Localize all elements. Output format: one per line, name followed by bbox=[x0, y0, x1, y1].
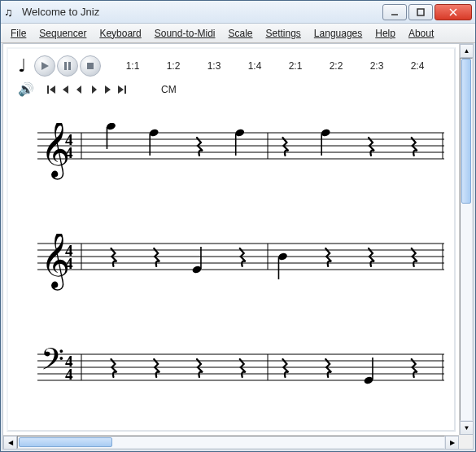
nav-last-button[interactable] bbox=[115, 84, 128, 95]
svg-text:4: 4 bbox=[65, 144, 73, 161]
scroll-track[interactable] bbox=[17, 436, 445, 449]
vertical-scrollbar[interactable]: ▲ ▼ bbox=[459, 44, 473, 435]
svg-marker-10 bbox=[63, 86, 68, 94]
scroll-up-icon[interactable]: ▲ bbox=[460, 44, 474, 58]
menu-sound-to-midi[interactable]: Sound-to-Midi bbox=[150, 26, 221, 41]
beat-label: 1:3 bbox=[203, 60, 225, 72]
nav-prev-button[interactable] bbox=[59, 84, 72, 95]
menu-help[interactable]: Help bbox=[370, 26, 400, 41]
client-area: ♩ 1:1 1:2 1:3 1:4 2:1 2:2 2:3 2:4 🔊 bbox=[2, 43, 474, 450]
key-label: CM bbox=[161, 84, 177, 95]
menu-settings[interactable]: Settings bbox=[261, 26, 306, 41]
svg-rect-1 bbox=[417, 9, 424, 15]
svg-marker-12 bbox=[92, 86, 97, 94]
stop-button[interactable] bbox=[80, 55, 101, 77]
beat-label: 1:2 bbox=[163, 60, 184, 72]
staff[interactable]: 𝄢4 4 bbox=[37, 344, 444, 410]
beat-label: 2:2 bbox=[325, 60, 347, 72]
app-window: ♫ Welcome to Jniz File Sequencer Keyboar… bbox=[0, 0, 476, 452]
svg-marker-9 bbox=[50, 86, 55, 94]
scroll-track[interactable] bbox=[460, 58, 473, 421]
menu-about[interactable]: About bbox=[404, 26, 439, 41]
window-controls bbox=[382, 4, 472, 20]
staff-row: 𝄢4 4 bbox=[37, 344, 446, 410]
close-button[interactable] bbox=[435, 4, 472, 20]
svg-rect-15 bbox=[124, 86, 126, 94]
scroll-thumb[interactable] bbox=[19, 437, 112, 447]
scroll-left-icon[interactable]: ◀ bbox=[3, 436, 17, 450]
staff-row: 𝄞4 4 bbox=[37, 234, 446, 299]
window-title: Welcome to Jniz bbox=[22, 6, 382, 18]
menu-scale[interactable]: Scale bbox=[223, 26, 257, 41]
scroll-thumb[interactable] bbox=[461, 59, 471, 204]
svg-text:4: 4 bbox=[65, 255, 73, 272]
menu-sequencer[interactable]: Sequencer bbox=[34, 26, 91, 41]
beat-label: 1:1 bbox=[122, 60, 143, 72]
beat-label: 2:3 bbox=[366, 60, 387, 72]
editor-panel: ♩ 1:1 1:2 1:3 1:4 2:1 2:2 2:3 2:4 🔊 bbox=[7, 47, 456, 432]
svg-marker-13 bbox=[105, 86, 111, 94]
nav-step-fwd-button[interactable] bbox=[87, 84, 100, 95]
minimize-button[interactable] bbox=[382, 4, 407, 20]
nav-next-button[interactable] bbox=[101, 84, 114, 95]
titlebar[interactable]: ♫ Welcome to Jniz bbox=[1, 1, 475, 24]
speaker-icon[interactable]: 🔊 bbox=[18, 81, 34, 97]
menubar: File Sequencer Keyboard Sound-to-Midi Sc… bbox=[1, 24, 475, 43]
beat-label: 2:1 bbox=[285, 60, 306, 72]
staff-row: 𝄞4 4 bbox=[37, 123, 446, 188]
scroll-corner bbox=[459, 435, 473, 449]
app-icon: ♫ bbox=[4, 6, 17, 19]
menu-languages[interactable]: Languages bbox=[309, 26, 367, 41]
svg-rect-5 bbox=[64, 62, 67, 70]
scroll-right-icon[interactable]: ▶ bbox=[445, 436, 459, 450]
nav-step-back-button[interactable] bbox=[73, 84, 86, 95]
svg-rect-8 bbox=[47, 86, 49, 94]
svg-rect-7 bbox=[87, 63, 94, 69]
pause-button[interactable] bbox=[57, 55, 78, 77]
nav-first-button[interactable] bbox=[46, 84, 59, 95]
horizontal-scrollbar[interactable]: ◀ ▶ bbox=[3, 435, 459, 449]
score-area[interactable]: 𝄞4 4𝄞4 4𝄢4 4 bbox=[8, 103, 454, 432]
beat-label: 1:4 bbox=[244, 60, 265, 72]
menu-file[interactable]: File bbox=[6, 26, 31, 41]
scroll-down-icon[interactable]: ▼ bbox=[460, 421, 474, 435]
beat-label: 2:4 bbox=[407, 60, 428, 72]
play-button[interactable] bbox=[34, 55, 55, 77]
navigation-toolbar: 🔊 CM bbox=[8, 80, 454, 103]
staff[interactable]: 𝄞4 4 bbox=[37, 234, 444, 299]
svg-marker-14 bbox=[118, 86, 124, 94]
beat-ruler: 1:1 1:2 1:3 1:4 2:1 2:2 2:3 2:4 bbox=[122, 60, 428, 72]
staff[interactable]: 𝄞4 4 bbox=[37, 123, 444, 188]
note-duration-icon[interactable]: ♩ bbox=[18, 55, 26, 77]
svg-marker-11 bbox=[76, 86, 81, 94]
maximize-button[interactable] bbox=[408, 4, 433, 20]
svg-text:4: 4 bbox=[65, 366, 73, 383]
transport-toolbar: ♩ 1:1 1:2 1:3 1:4 2:1 2:2 2:3 2:4 bbox=[8, 49, 454, 80]
menu-keyboard[interactable]: Keyboard bbox=[94, 26, 146, 41]
svg-text:𝄢: 𝄢 bbox=[41, 344, 64, 384]
svg-marker-4 bbox=[41, 62, 49, 70]
svg-rect-6 bbox=[68, 62, 71, 70]
